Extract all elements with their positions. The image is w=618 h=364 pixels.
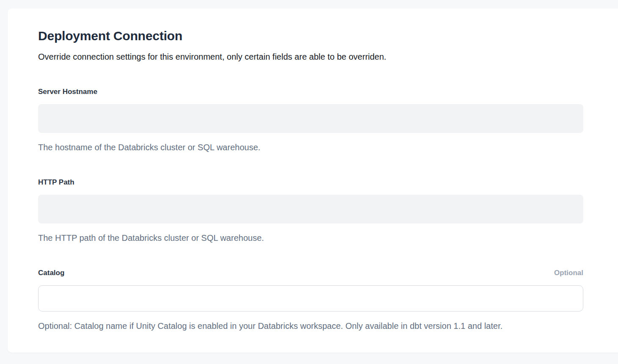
- catalog-optional-badge: Optional: [554, 268, 583, 278]
- catalog-label: Catalog: [38, 268, 64, 278]
- catalog-help: Optional: Catalog name if Unity Catalog …: [38, 320, 583, 332]
- field-header: Catalog Optional: [38, 268, 583, 278]
- http-path-input[interactable]: [38, 195, 583, 223]
- field-server-hostname: Server Hostname The hostname of the Data…: [38, 87, 583, 153]
- server-hostname-input[interactable]: [38, 104, 583, 133]
- field-header: Server Hostname: [38, 87, 583, 97]
- field-header: HTTP Path: [38, 178, 583, 187]
- http-path-help: The HTTP path of the Databricks cluster …: [38, 232, 583, 244]
- page-title: Deployment Connection: [38, 28, 583, 44]
- server-hostname-label: Server Hostname: [38, 87, 97, 97]
- catalog-input[interactable]: [38, 285, 583, 312]
- card-content: Deployment Connection Override connectio…: [8, 8, 618, 349]
- field-catalog: Catalog Optional Optional: Catalog name …: [38, 268, 583, 332]
- server-hostname-help: The hostname of the Databricks cluster o…: [38, 142, 583, 153]
- field-http-path: HTTP Path The HTTP path of the Databrick…: [38, 178, 583, 244]
- deployment-connection-card: Deployment Connection Override connectio…: [8, 8, 618, 353]
- page-subtitle: Override connection settings for this en…: [38, 51, 583, 63]
- http-path-label: HTTP Path: [38, 178, 74, 187]
